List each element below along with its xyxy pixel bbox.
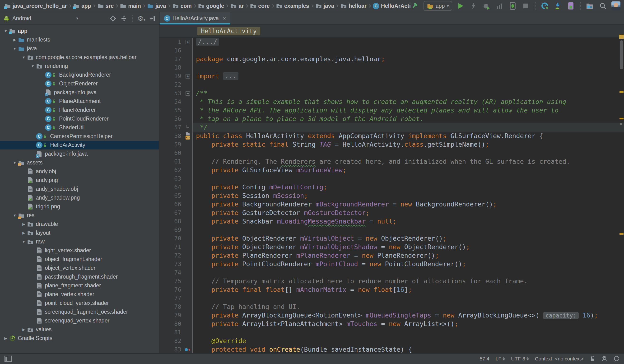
line-number[interactable]: 18 [159,63,183,72]
unlock-icon[interactable] [590,356,595,362]
code-line-text[interactable]: private BackgroundRenderer mBackgroundRe… [193,200,624,208]
code-line[interactable]: 83↑ protected void onCreate(Bundle saved… [159,345,624,353]
code-line[interactable]: 18 [159,63,624,72]
line-number[interactable]: 83 [159,345,183,353]
line-separator-select[interactable]: LF [496,356,505,362]
code-line[interactable]: 60 [159,149,624,157]
gutter[interactable]: 74 [159,268,193,277]
gutter[interactable]: 81 [159,328,193,337]
gutter[interactable]: 68 [159,217,193,226]
code-line-text[interactable] [193,226,624,234]
run-config-select[interactable]: app▾ [423,1,452,11]
gutter[interactable]: 63 [159,174,193,183]
code-line[interactable]: 1+/.../ [159,38,624,46]
gutter[interactable]: 66 [159,200,193,208]
collapse-arrow-icon[interactable]: ▼ [20,55,27,59]
gutter[interactable]: 18 [159,63,193,72]
code-line[interactable]: 53−/** [159,89,624,98]
breadcrumb-item-google[interactable]: google [198,3,224,9]
search-everywhere-button[interactable] [598,1,608,11]
tree-item-manifests[interactable]: ▶manifests [0,35,159,44]
code-line-text[interactable]: private PlaneRenderer mPlaneRenderer = n… [193,251,624,260]
line-number[interactable]: 70 [159,234,183,243]
warning-stripe-mark[interactable] [620,118,624,119]
code-line-text[interactable]: * This is a simple example that shows ho… [193,98,624,106]
breadcrumb-item-java-arcore-hello-ar[interactable]: java_arcore_hello_ar [4,3,67,9]
stop-button[interactable] [521,1,530,11]
code-line[interactable]: 56 * tap on a plane to place a 3d model … [159,115,624,123]
code-line-text[interactable] [193,63,624,72]
gutter[interactable]: 76 [159,286,193,294]
code-line-text[interactable]: import ... [193,72,624,80]
code-line[interactable]: 19+import ... [159,72,624,80]
line-number[interactable]: 60 [159,149,183,157]
profile-button[interactable] [495,1,504,11]
gutter[interactable]: 67 [159,208,193,217]
close-icon[interactable]: × [223,15,226,22]
breadcrumb-item-main[interactable]: main [120,3,141,9]
breadcrumb-item-core[interactable]: core [250,3,270,9]
tree-item-helloaractivity[interactable]: CHelloArActivity [0,141,159,150]
gutter[interactable]: 77 [159,294,193,303]
expand-arrow-icon[interactable]: ▶ [20,231,27,235]
gutter[interactable]: 53− [159,89,193,98]
code-line-text[interactable] [193,80,624,89]
gutter[interactable]: 73 [159,260,193,268]
gutter[interactable]: 54 [159,98,193,106]
code-line[interactable]: 62 private GLSurfaceView mSurfaceView; [159,166,624,174]
make-button[interactable] [411,1,420,11]
code-line-text[interactable] [193,268,624,277]
breadcrumb-class[interactable]: HelloArActivity [197,27,260,35]
gutter[interactable]: 62 [159,166,193,174]
expand-arrow-icon[interactable]: ▶ [11,38,18,42]
line-number[interactable]: 57 [159,123,183,132]
gutter[interactable]: 75 [159,277,193,286]
code-line-text[interactable] [193,294,624,303]
tree-item-planeattachment[interactable]: CPlaneAttachment [0,97,159,105]
warning-stripe-mark[interactable] [620,233,624,235]
gutter[interactable]: 59 [159,140,193,149]
code-line[interactable]: 72 private PlaneRenderer mPlaneRenderer … [159,251,624,260]
tree-item-object-fragment-shader[interactable]: object_fragment.shader [0,255,159,264]
line-number[interactable]: 76 [159,286,183,294]
line-number[interactable]: 66 [159,200,183,208]
breadcrumb-item-examples[interactable]: examples [276,3,309,9]
tree-item-backgroundrenderer[interactable]: CBackgroundRenderer [0,71,159,79]
code-line-text[interactable]: private ArrayList<PlaneAttachment> mTouc… [193,320,624,328]
expand-arrow-icon[interactable]: ▶ [20,327,27,332]
code-line-text[interactable] [193,174,624,183]
breadcrumb-item-helloaractivity[interactable]: CHelloArActivity [373,3,411,9]
code-line[interactable]: 57 */ [159,123,624,132]
code-line-text[interactable]: private ObjectRenderer mVirtualObjectSha… [193,243,624,251]
code-line[interactable]: 80 private ArrayList<PlaneAttachment> mT… [159,320,624,328]
code-line[interactable]: 81 [159,328,624,337]
gutter[interactable]: 83↑ [159,345,193,353]
gutter[interactable]: 79 [159,311,193,320]
line-number[interactable]: 16 [159,46,183,55]
tab-helloaractivity-java[interactable]: C HelloArActivity.java × [160,12,230,25]
code-line[interactable]: 67 private GestureDetector mGestureDetec… [159,208,624,217]
line-number[interactable]: 63 [159,174,183,183]
line-number[interactable]: 81 [159,328,183,337]
line-number[interactable]: 61 [159,157,183,166]
code-line-text[interactable]: */ [193,123,624,132]
breadcrumb-item-helloar[interactable]: helloar [340,3,366,9]
line-number[interactable]: 77 [159,294,183,303]
gutter[interactable]: 52 [159,80,193,89]
tree-item-gradle-scripts[interactable]: ▶Gradle Scripts [0,334,159,343]
tree-item-layout[interactable]: ▶layout [0,229,159,237]
tree-item-camerapermissionhelper[interactable]: CCameraPermissionHelper [0,132,159,141]
line-number[interactable]: 82 [159,337,183,345]
gutter[interactable]: 1+ [159,38,193,46]
code-line-text[interactable]: * tap on a plane to place a 3d model of … [193,115,624,123]
code-line-text[interactable]: private PointCloudRenderer mPointCloud =… [193,260,624,268]
code-line[interactable]: 71 private ObjectRenderer mVirtualObject… [159,243,624,251]
line-number[interactable]: 19 [159,72,183,80]
inspection-status-icon[interactable] [619,35,624,39]
tree-item-res[interactable]: ▼res [0,211,159,220]
scrollbar-thumb[interactable] [620,40,623,69]
panel-toggle-icon[interactable] [4,355,12,362]
tree-item-andy-shadow-obj[interactable]: andy_shadow.obj [0,185,159,193]
context-widget[interactable]: Context: <no context> [535,356,584,362]
line-number[interactable]: 78 [159,303,183,311]
